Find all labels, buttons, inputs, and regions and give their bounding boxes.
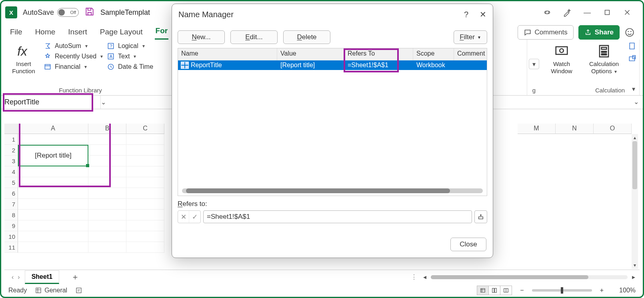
date-time-button[interactable]: Date & Time [107, 63, 153, 71]
refers-to-label: Refers to: [178, 200, 487, 208]
zoom-out-button[interactable]: − [520, 287, 524, 294]
autosave-label: AutoSave [23, 8, 54, 17]
minimize-button[interactable]: — [581, 6, 593, 18]
col-header-m[interactable]: M [518, 124, 556, 134]
col-header-o[interactable]: O [594, 124, 632, 134]
sheet-nav-prev[interactable]: ‹ [12, 274, 14, 281]
svg-point-3 [631, 31, 631, 32]
tab-file[interactable]: File [9, 25, 23, 40]
refers-cancel-icon[interactable]: ✕ [178, 211, 189, 223]
tab-home[interactable]: Home [34, 25, 56, 40]
refers-accept-icon[interactable]: ✓ [189, 211, 200, 223]
copilot-icon[interactable] [541, 6, 553, 18]
col-name[interactable]: Name [178, 48, 277, 60]
status-general[interactable]: General [35, 287, 67, 294]
view-page-layout-icon[interactable] [488, 286, 500, 295]
tab-page-layout[interactable]: Page Layout [99, 25, 144, 40]
named-range-icon [181, 62, 188, 68]
text-button[interactable]: A Text▾ [107, 52, 153, 60]
names-list-hscroll-thumb[interactable] [186, 188, 450, 193]
dialog-title: Name Manager [178, 10, 234, 19]
hscroll-left-icon[interactable]: ◂ [421, 273, 428, 281]
insert-function-button[interactable]: fx Insert Function [8, 42, 40, 75]
svg-rect-23 [633, 56, 636, 59]
names-list-row[interactable]: ReportTitle [Report title] =Sheet1!$A$1 … [178, 60, 487, 70]
new-button[interactable]: New... [178, 30, 225, 44]
svg-rect-0 [605, 10, 610, 15]
col-header-n[interactable]: N [556, 124, 594, 134]
row-scope: Workbook [413, 62, 454, 69]
dialog-toolbar: New... Edit... Delete Filter ▼ [172, 25, 493, 48]
dialog-title-bar[interactable]: Name Manager ? ✕ [172, 4, 493, 25]
calc-options-button[interactable]: Calculation Options ▾ [584, 42, 624, 75]
file-title: SampleTemplat [100, 8, 150, 17]
sheet-options-icon[interactable]: ⋮ [410, 273, 417, 281]
logical-button[interactable]: ? Logical▾ [107, 42, 153, 50]
names-list-hscroll[interactable] [182, 188, 483, 193]
save-icon[interactable] [84, 6, 95, 19]
refers-to-input[interactable] [203, 210, 472, 223]
delete-button[interactable]: Delete [283, 30, 330, 44]
accessibility-icon[interactable] [75, 287, 82, 294]
chevron-down-icon: ▾ [134, 54, 136, 59]
zoom-in-button[interactable]: + [600, 287, 604, 294]
tab-formulas[interactable]: For [155, 24, 169, 40]
svg-point-15 [602, 51, 603, 52]
select-all-corner[interactable] [4, 124, 18, 134]
collapse-ribbon-icon[interactable]: ▾ [628, 85, 639, 93]
range-picker-icon[interactable] [474, 210, 487, 223]
share-button[interactable]: Share [578, 25, 620, 40]
tab-insert[interactable]: Insert [67, 25, 88, 40]
view-page-break-icon[interactable] [500, 286, 512, 295]
autosave-toggle[interactable]: Off [57, 8, 79, 17]
names-list-header[interactable]: Name Value Refers To Scope Comment [178, 48, 487, 60]
col-value[interactable]: Value [277, 48, 344, 60]
add-sheet-button[interactable]: ＋ [71, 272, 79, 282]
recently-used-button[interactable]: Recently Used▾ [44, 52, 103, 60]
calc-sheet-button[interactable] [628, 55, 636, 63]
edit-button[interactable]: Edit... [230, 30, 278, 44]
row-value: [Report title] [277, 62, 344, 69]
sheet-nav-next[interactable]: › [18, 274, 20, 281]
col-refers[interactable]: Refers To [344, 48, 413, 60]
zoom-percent[interactable]: 100% [612, 287, 636, 294]
vertical-scrollbar[interactable]: ▴ ▾ [632, 134, 638, 269]
watch-window-button[interactable]: Watch Window [546, 42, 578, 75]
col-scope[interactable]: Scope [413, 48, 454, 60]
dialog-close-icon[interactable]: ✕ [480, 10, 486, 19]
zoom-slider-knob[interactable] [561, 287, 563, 294]
close-button[interactable]: Close [450, 238, 486, 251]
scroll-up-icon[interactable]: ▴ [632, 134, 638, 141]
filter-button[interactable]: Filter ▼ [454, 30, 487, 44]
view-normal-icon[interactable] [477, 286, 489, 295]
dialog-help-icon[interactable]: ? [464, 10, 468, 19]
pen-sparkle-icon[interactable] [561, 6, 573, 18]
name-box[interactable] [1, 96, 100, 109]
financial-button[interactable]: Financial▾ [44, 63, 103, 71]
hscroll-right-icon[interactable]: ▸ [630, 273, 637, 281]
vscroll-thumb[interactable] [632, 141, 637, 189]
autosave[interactable]: AutoSave Off [23, 8, 79, 17]
row-headers[interactable]: 1 2 3 4 5 6 7 8 9 10 11 [4, 134, 18, 269]
names-list[interactable]: Name Value Refers To Scope Comment Repor… [178, 48, 487, 196]
name-manager-dialog: Name Manager ? ✕ New... Edit... Delete F… [172, 4, 493, 258]
formula-expand-icon[interactable]: ⌄ [634, 98, 639, 106]
autosum-button[interactable]: AutoSum▾ [44, 42, 103, 50]
col-header-a[interactable]: A [18, 124, 88, 134]
hscroll-thumb[interactable] [431, 275, 588, 279]
close-button[interactable] [621, 6, 633, 18]
sheet-tab-sheet1[interactable]: Sheet1 [25, 270, 59, 284]
svg-point-1 [626, 28, 634, 36]
function-library-caption: Function Library [8, 86, 153, 94]
feedback-smile-icon[interactable] [624, 27, 635, 38]
col-header-b[interactable]: B [88, 124, 126, 134]
col-comment[interactable]: Comment [454, 48, 487, 60]
ribbon-more-button[interactable]: ▾ [529, 59, 539, 69]
zoom-slider[interactable] [532, 289, 592, 292]
col-header-c[interactable]: C [126, 124, 164, 134]
calc-now-button[interactable] [628, 42, 636, 50]
horizontal-scrollbar[interactable]: ◂ ▸ [421, 274, 637, 280]
scroll-down-icon[interactable]: ▾ [632, 262, 638, 269]
maximize-button[interactable] [601, 6, 613, 18]
comments-button[interactable]: Comments [518, 25, 574, 40]
